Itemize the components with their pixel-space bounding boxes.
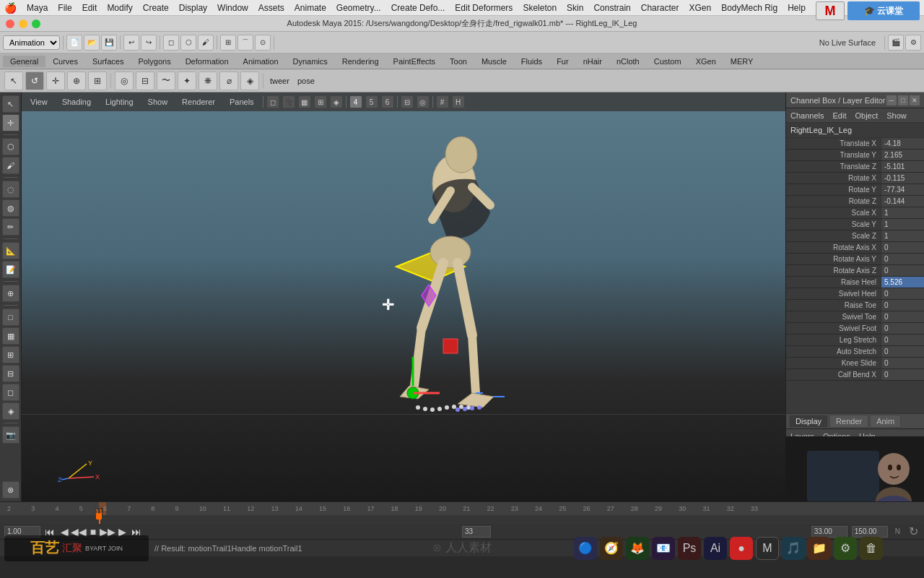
view-menu[interactable]: View [25,96,53,108]
tab-surfaces[interactable]: Surfaces [85,56,131,67]
show-manip[interactable]: ⊕ [2,285,19,302]
pencil-tool[interactable]: ✏ [2,218,19,236]
channel-row[interactable]: Swivel Heel0 [786,288,924,300]
ep-tool[interactable]: ◍ [2,199,19,217]
channel-row[interactable]: Knee Slide0 [786,358,924,369]
snap-point[interactable]: ⊙ [255,35,271,51]
vp-hud[interactable]: H [452,95,465,108]
file-menu[interactable]: File [58,3,71,13]
channel-row[interactable]: Swivel Foot0 [786,323,924,335]
shading-menu[interactable]: Shading [56,96,97,108]
channel-value[interactable]: 0 [881,335,924,345]
icon-jiggle[interactable]: ❋ [199,72,217,90]
tab-curves[interactable]: Curves [45,56,85,67]
channel-row[interactable]: Rotate Axis X0 [786,242,924,254]
quick-layout[interactable]: ⊗ [2,481,19,499]
vp-wire[interactable]: ⊟ [401,95,414,108]
channel-row[interactable]: Rotate Y-77.34 [786,184,924,196]
constrain-menu[interactable]: Constrain [593,3,630,13]
move-tool[interactable]: ✛ [2,114,19,131]
cv-tool[interactable]: ◌ [2,181,19,198]
xgen-menu[interactable]: XGen [689,3,711,13]
snap-grid[interactable]: ⊞ [220,35,236,51]
vp-shading2[interactable]: 5 [365,95,378,108]
anim-tab[interactable]: Anim [870,415,901,428]
channel-row[interactable]: Raise Toe0 [786,300,924,311]
icon-cluster[interactable]: ✦ [178,72,196,90]
dock-icon10[interactable]: 📁 [808,537,831,560]
snap-view1[interactable]: □ [2,309,19,326]
tab-nhair[interactable]: nHair [576,56,609,67]
channel-row[interactable]: Auto Stretch0 [786,346,924,358]
select-tool[interactable]: ↖ [2,95,19,113]
icon-bend[interactable]: 〜 [157,72,175,90]
channel-row[interactable]: Scale X1 [786,207,924,219]
tab-custom[interactable]: Custom [647,56,689,67]
minimize-button[interactable] [19,20,27,28]
dock-icon11[interactable]: ⚙ [834,537,857,560]
channel-row[interactable]: Rotate Axis Y0 [786,254,924,265]
snap-curve[interactable]: ⌒ [237,35,253,51]
channel-value[interactable]: 0 [881,300,924,311]
icon-transform[interactable]: ⊞ [88,72,107,90]
channel-value[interactable]: 0 [881,242,924,253]
dock-trash[interactable]: 🗑 [860,537,883,560]
tab-toon[interactable]: Toon [443,56,474,67]
dock-mail[interactable]: 📧 [652,537,675,560]
viewport-3d[interactable]: ✛ [22,111,785,501]
open-file-button[interactable]: 📂 [84,35,100,51]
vp-btn5[interactable]: ◈ [330,95,343,108]
channel-value[interactable]: 2.165 [881,150,924,160]
character-menu[interactable]: Character [641,3,679,13]
edit-menu[interactable]: Edit [82,3,97,13]
snap-view4[interactable]: ⊟ [2,365,19,382]
tweer-label[interactable]: tweer [267,77,292,85]
channel-row[interactable]: Leg Stretch0 [786,335,924,346]
select-mode[interactable]: ◻ [163,35,179,51]
icon-soft-select[interactable]: ◎ [115,72,134,90]
channel-value[interactable]: -5.101 [881,161,924,172]
channel-row[interactable]: Translate X-4.18 [786,138,924,150]
tab-fluids[interactable]: Fluids [514,56,549,67]
tab-general[interactable]: General [3,56,45,67]
yun-ketang-button[interactable]: 🎓 云课堂 [847,1,920,20]
vp-xray[interactable]: ◎ [417,95,430,108]
show-menu[interactable]: Show [142,96,174,108]
channel-value[interactable]: 0 [881,254,924,264]
redo-button[interactable]: ↪ [141,35,157,51]
channel-row[interactable]: Rotate X-0.115 [786,173,924,184]
tab-animation[interactable]: Animation [236,56,286,67]
close-button[interactable] [6,20,14,28]
mery-button[interactable]: M [816,1,845,20]
tab-rendering[interactable]: Rendering [335,56,386,67]
lasso-tool[interactable]: ⬡ [2,138,19,155]
icon-rotate[interactable]: ↺ [25,72,44,90]
tab-xgen[interactable]: XGen [689,56,723,67]
channel-list[interactable]: Translate X-4.18Translate Y2.165Translat… [786,138,924,413]
renderer-menu[interactable]: Renderer [176,96,221,108]
paint-select[interactable]: 🖌 [198,35,214,51]
channel-value[interactable]: 1 [881,207,924,218]
tab-painteffects[interactable]: PaintEffects [386,56,443,67]
dock-photoshop[interactable]: Ps [678,537,701,560]
geometry-menu[interactable]: Geometry... [336,3,381,13]
edit-tab[interactable]: Edit [832,111,846,120]
assets-menu[interactable]: Assets [258,3,284,13]
tab-deformation[interactable]: Deformation [178,56,236,67]
dock-safari[interactable]: 🧭 [600,537,623,560]
lighting-menu[interactable]: Lighting [100,96,139,108]
vp-btn4[interactable]: ⊞ [314,95,327,108]
dock-maya[interactable]: M [756,537,779,560]
skin-menu[interactable]: Skin [567,3,583,13]
tab-dynamics[interactable]: Dynamics [286,56,335,67]
snap-view3[interactable]: ⊞ [2,346,19,363]
channel-row[interactable]: Scale Z1 [786,230,924,242]
bodymech-menu[interactable]: BodyMech Rig [721,3,777,13]
channel-row[interactable]: Rotate Axis Z0 [786,265,924,277]
dock-firefox[interactable]: 🦊 [626,537,649,560]
icon-wire[interactable]: ⌀ [219,72,238,90]
channel-close[interactable]: ✕ [910,95,920,105]
edit-deformers-menu[interactable]: Edit Deformers [455,3,513,13]
create-menu[interactable]: Create [143,3,169,13]
tab-fur[interactable]: Fur [549,56,576,67]
